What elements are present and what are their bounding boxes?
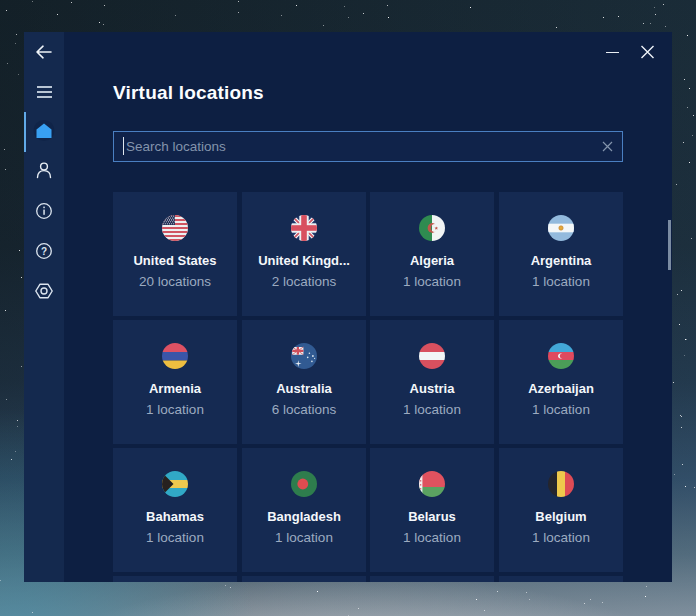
svg-text:?: ? [41, 246, 47, 257]
